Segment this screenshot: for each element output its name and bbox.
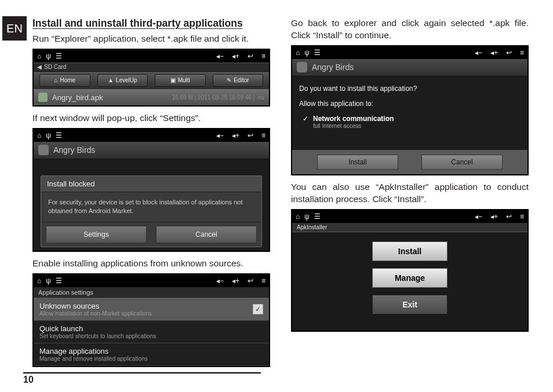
file-name: Angry_bird.apk [52, 93, 103, 102]
volume-up-icon[interactable]: ◂+ [232, 131, 239, 140]
status-bar: ⌂ ψ ☰ ◂− ◂+ ↩ ≡ [34, 129, 269, 142]
paragraph: You can also use “ApkInstaller” applicat… [291, 181, 529, 206]
page-number: 10 [23, 372, 261, 385]
allow-label: Allow this application to: [299, 100, 521, 112]
back-icon[interactable]: ↩ [248, 52, 253, 60]
home-icon[interactable]: ⌂ [37, 131, 41, 140]
status-bar: ⌂ ψ ☰ ◂− ◂+ ↩ ≡ [34, 274, 269, 287]
setting-title: Manage applications [39, 347, 263, 356]
status-bar: ⌂ ψ ☰ ◂− ◂+ ↩ ≡ [34, 50, 269, 63]
apk-file-icon [38, 93, 48, 102]
setting-quick-launch[interactable]: Quick launch Set keyboard shortcuts to l… [34, 321, 269, 343]
list-icon[interactable]: ≡ [261, 131, 265, 140]
home-icon[interactable]: ⌂ [37, 52, 41, 60]
editor-icon: ✎ [227, 77, 231, 83]
home-icon[interactable]: ⌂ [296, 213, 300, 221]
app-title: Angry Birds [53, 145, 95, 155]
volume-down-icon[interactable]: ◂− [216, 131, 224, 140]
setting-subtitle: Allow installation of non-Market applica… [39, 310, 253, 317]
usb-icon: ψ [46, 52, 51, 60]
app-title: Angry Birds [312, 63, 354, 72]
volume-up-icon[interactable]: ◂+ [232, 277, 239, 285]
list-icon[interactable]: ≡ [520, 49, 524, 57]
screenshot-install-confirm: ⌂ ψ ☰ ◂− ◂+ ↩ ≡ Angry Birds Do you want … [291, 45, 529, 175]
volume-down-icon[interactable]: ◂− [216, 52, 224, 60]
permission-title: Network communication [313, 115, 394, 123]
volume-down-icon[interactable]: ◂− [475, 213, 482, 221]
right-column: Go back to explorer and click again sele… [291, 17, 529, 373]
app-title-bar: Angry Birds [34, 142, 269, 159]
status-bar: ⌂ ψ ☰ ◂− ◂+ ↩ ≡ [292, 210, 527, 223]
dialog-message: For security, your device is set to bloc… [41, 192, 261, 222]
setting-unknown-sources[interactable]: Unknown sources Allow installation of no… [34, 298, 269, 321]
apkinstaller-header: ApkInstaller [292, 223, 527, 232]
setting-subtitle: Manage and remove installed applications [39, 356, 263, 362]
breadcrumb[interactable]: ◀ SD Card [34, 63, 269, 72]
multi-icon: ▣ [170, 77, 176, 83]
tab-home[interactable]: ⌂Home [39, 74, 90, 87]
permission-subtitle: full Internet access [313, 123, 394, 129]
cancel-button[interactable]: Cancel [156, 226, 257, 243]
tab-multi[interactable]: ▣Multi [155, 74, 206, 87]
checkbox[interactable]: ✓ [253, 304, 263, 314]
chevron-left-icon: ◀ [37, 64, 42, 70]
dialog-install-blocked: Install blocked For security, your devic… [41, 175, 262, 247]
volume-up-icon[interactable]: ◂+ [490, 49, 498, 57]
menu-icon: ☰ [56, 52, 62, 60]
file-meta: 16.69 M | 2011-08-25 16:09:46 | -rw [172, 94, 264, 101]
screenshot-apkinstaller: ⌂ ψ ☰ ◂− ◂+ ↩ ≡ ApkInstaller Install Man… [291, 209, 529, 332]
setting-subtitle: Set keyboard shortcuts to launch applica… [39, 333, 263, 339]
volume-down-icon[interactable]: ◂− [216, 277, 224, 285]
tab-levelup[interactable]: ▲LevelUp [97, 74, 148, 87]
levelup-icon: ▲ [108, 77, 114, 83]
app-icon [38, 145, 49, 155]
screenshot-explorer: ⌂ ψ ☰ ◂− ◂+ ↩ ≡ ◀ SD Card ⌂Home ▲LevelUp… [32, 49, 270, 107]
back-icon[interactable]: ↩ [248, 277, 253, 285]
usb-icon: ψ [304, 213, 310, 221]
usb-icon: ψ [46, 277, 51, 285]
language-tab: EN [2, 16, 27, 41]
exit-button[interactable]: Exit [372, 295, 448, 314]
home-icon[interactable]: ⌂ [37, 277, 41, 285]
setting-manage-applications[interactable]: Manage applications Manage and remove in… [34, 343, 269, 366]
paragraph: If next window will pop-up, click “Setti… [32, 112, 270, 124]
install-button[interactable]: Install [372, 241, 448, 261]
install-button[interactable]: Install [317, 155, 398, 170]
usb-icon: ψ [46, 131, 51, 140]
back-icon[interactable]: ↩ [248, 131, 253, 140]
list-icon[interactable]: ≡ [520, 213, 524, 221]
usb-icon: ψ [304, 49, 310, 57]
cancel-button[interactable]: Cancel [421, 155, 503, 170]
volume-down-icon[interactable]: ◂− [475, 49, 482, 57]
menu-icon: ☰ [314, 49, 321, 57]
paragraph: Enable installing applications from unkn… [32, 258, 270, 270]
menu-icon: ☰ [56, 131, 62, 140]
left-column: Install and uninstall third-party applic… [32, 17, 270, 373]
status-bar: ⌂ ψ ☰ ◂− ◂+ ↩ ≡ [292, 46, 527, 59]
list-icon[interactable]: ≡ [261, 277, 265, 285]
tab-editor[interactable]: ✎Editor [213, 74, 264, 87]
volume-up-icon[interactable]: ◂+ [232, 52, 239, 60]
screenshot-install-blocked: ⌂ ψ ☰ ◂− ◂+ ↩ ≡ Angry Birds Install bloc… [32, 128, 270, 252]
section-heading: Install and uninstall third-party applic… [32, 17, 270, 30]
check-icon: ✓ [303, 115, 308, 123]
settings-header: Application settings [34, 287, 269, 298]
setting-title: Unknown sources [39, 302, 253, 310]
file-row[interactable]: Angry_bird.apk 16.69 M | 2011-08-25 16:0… [34, 89, 269, 105]
menu-icon: ☰ [314, 213, 321, 221]
manage-button[interactable]: Manage [372, 268, 448, 288]
install-question: Do you want to install this application? [299, 82, 521, 100]
button-row: Install Cancel [292, 150, 527, 174]
home-icon: ⌂ [54, 77, 57, 83]
list-icon[interactable]: ≡ [261, 52, 265, 60]
home-icon[interactable]: ⌂ [296, 49, 300, 57]
app-icon [297, 62, 307, 72]
setting-title: Quick launch [39, 324, 263, 333]
back-icon[interactable]: ↩ [506, 49, 512, 57]
volume-up-icon[interactable]: ◂+ [490, 213, 498, 221]
dialog-title: Install blocked [41, 176, 261, 192]
paragraph: Go back to explorer and click again sele… [291, 17, 529, 42]
settings-button[interactable]: Settings [46, 226, 147, 243]
permission-item: ✓ Network communication full Internet ac… [299, 112, 521, 146]
back-icon[interactable]: ↩ [506, 213, 512, 221]
